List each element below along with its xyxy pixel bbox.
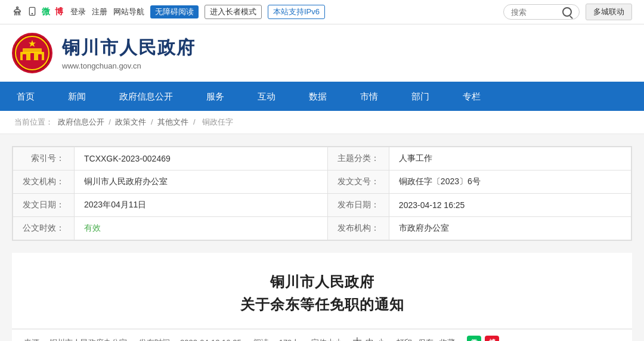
nav-data[interactable]: 数据: [292, 83, 343, 111]
top-bar: 微 博 登录 注册 网站导航 无障碍阅读 进入长者模式 本站支持IPv6 多城联…: [0, 0, 644, 24]
table-row: 索引号： TCXXGK-2023-002469 主题分类： 人事工作: [13, 147, 631, 170]
value-doc-number: 铜政任字〔2023〕6号: [389, 170, 631, 194]
no-barrier-button[interactable]: 无障碍阅读: [150, 5, 199, 18]
save-link[interactable]: 保存: [418, 337, 434, 341]
nav-news[interactable]: 新闻: [51, 83, 103, 111]
main-nav: 首页 新闻 政府信息公开 服务 互动 数据 市情 部门 专栏: [0, 83, 644, 111]
breadcrumb-item-1[interactable]: 政策文件: [115, 117, 146, 126]
login-link[interactable]: 登录: [70, 7, 86, 17]
svg-point-0: [17, 7, 18, 8]
accessibility-icon[interactable]: [12, 6, 23, 18]
article-title: 铜川市人民政府 关于余东等任免职的通知: [24, 271, 620, 317]
breadcrumb-bar: 当前位置： 政府信息公开 / 政策文件 / 其他文件 / 铜政任字: [0, 111, 644, 134]
font-medium-button[interactable]: 中: [366, 337, 374, 341]
top-bar-icons: 微 博: [12, 6, 63, 18]
article-title-section: 铜川市人民政府 关于余东等任免职的通知: [12, 253, 632, 329]
action-links: 打印 保存 收藏: [397, 337, 455, 341]
search-box[interactable]: [503, 4, 580, 20]
top-bar-links: 登录 注册 网站导航 无障碍阅读 进入长者模式 本站支持IPv6: [70, 5, 325, 19]
svg-rect-6: [23, 54, 26, 60]
logo-area: 铜川市人民政府 www.tongchuan.gov.cn: [0, 24, 644, 83]
publish-time-label: 发布时间：: [139, 337, 178, 341]
wechat-follow-icon[interactable]: 微: [42, 7, 50, 17]
article-title-line2: 关于余东等任免职的通知: [24, 293, 620, 316]
weibo-follow-icon[interactable]: 博: [55, 7, 63, 17]
nav-service[interactable]: 服务: [190, 83, 241, 111]
font-size-label: 字体大小：: [311, 337, 350, 341]
content-area: 索引号： TCXXGK-2023-002469 主题分类： 人事工作 发文机构：…: [0, 134, 644, 341]
value-issue-date: 2023年04月11日: [75, 194, 328, 217]
read-count-item: 阅读： 170人: [253, 337, 300, 341]
value-issuer: 铜川市人民政府办公室: [75, 170, 328, 194]
collect-link[interactable]: 收藏: [439, 337, 455, 341]
label-theme: 主题分类：: [327, 147, 389, 170]
multi-city-button[interactable]: 多城联动: [586, 4, 632, 20]
table-row: 发文日期： 2023年04月11日 发布日期： 2023-04-12 16:25: [13, 194, 631, 217]
value-theme: 人事工作: [389, 147, 631, 170]
publish-time-value: 2023-04-12 16:25: [180, 338, 242, 341]
elder-mode-button[interactable]: 进入长者模式: [205, 5, 262, 19]
nav-city[interactable]: 市情: [343, 83, 395, 111]
top-bar-left: 微 博 登录 注册 网站导航 无障碍阅读 进入长者模式 本站支持IPv6: [12, 5, 325, 19]
value-index: TCXXGK-2023-002469: [75, 147, 328, 170]
article-title-line1: 铜川市人民政府: [24, 271, 620, 293]
read-count-value: 170人: [279, 337, 300, 341]
source-label: 来源：: [24, 337, 47, 341]
svg-rect-8: [38, 54, 42, 60]
svg-rect-5: [23, 48, 42, 53]
search-icon: [562, 7, 572, 17]
nav-dept[interactable]: 部门: [395, 83, 446, 111]
label-validity: 公文时效：: [13, 217, 75, 240]
label-issuer: 发文机构：: [13, 170, 75, 194]
mobile-icon[interactable]: [27, 6, 37, 18]
info-table: 索引号： TCXXGK-2023-002469 主题分类： 人事工作 发文机构：…: [13, 147, 631, 240]
weibo-share-icon[interactable]: 博: [485, 336, 499, 341]
top-bar-right: 多城联动: [503, 4, 632, 20]
font-size-item: 字体大小： 大 中 小: [311, 336, 385, 341]
site-url: www.tongchuan.gov.cn: [62, 61, 196, 70]
font-size-controls: 大 中 小: [352, 336, 385, 341]
breadcrumb-sep-1: /: [151, 117, 155, 126]
register-link[interactable]: 注册: [92, 7, 107, 17]
search-input[interactable]: [511, 8, 559, 17]
label-doc-number: 发文文号：: [327, 170, 389, 194]
label-publish-org: 发布机构：: [327, 217, 389, 240]
government-emblem: [12, 33, 52, 73]
read-label: 阅读：: [253, 337, 277, 341]
breadcrumb-sep-2: /: [193, 117, 197, 126]
info-table-wrapper: 索引号： TCXXGK-2023-002469 主题分类： 人事工作 发文机构：…: [12, 146, 632, 241]
svg-rect-7: [30, 53, 34, 60]
font-small-button[interactable]: 小: [377, 337, 385, 341]
site-guide-link[interactable]: 网站导航: [113, 7, 144, 17]
logo-text-block: 铜川市人民政府 www.tongchuan.gov.cn: [62, 36, 196, 70]
breadcrumb-item-2[interactable]: 其他文件: [157, 117, 188, 126]
label-index: 索引号：: [13, 147, 75, 170]
article-meta: 来源： 铜川市人民政府办公室 发布时间： 2023-04-12 16:25 阅读…: [12, 329, 632, 341]
nav-interact[interactable]: 互动: [241, 83, 292, 111]
nav-home[interactable]: 首页: [0, 83, 51, 111]
value-publish-org: 市政府办公室: [389, 217, 631, 240]
svg-point-2: [32, 13, 32, 14]
source-value: 铜川市人民政府办公室: [49, 337, 127, 341]
value-validity: 有效: [75, 217, 328, 240]
social-share-icons: 微 博: [467, 336, 499, 341]
wechat-share-icon[interactable]: 微: [467, 336, 481, 341]
table-row: 公文时效： 有效 发布机构： 市政府办公室: [13, 217, 631, 240]
breadcrumb-item-3: 铜政任字: [202, 117, 233, 126]
ipv6-badge: 本站支持IPv6: [268, 5, 325, 19]
breadcrumb-sep-0: /: [109, 117, 113, 126]
breadcrumb-prefix: 当前位置：: [14, 117, 53, 126]
site-title: 铜川市人民政府: [62, 36, 196, 60]
table-row: 发文机构： 铜川市人民政府办公室 发文文号： 铜政任字〔2023〕6号: [13, 170, 631, 194]
label-publish-date: 发布日期：: [327, 194, 389, 217]
nav-gov-info[interactable]: 政府信息公开: [103, 83, 190, 111]
nav-special[interactable]: 专栏: [446, 83, 497, 111]
print-link[interactable]: 打印: [397, 337, 412, 341]
breadcrumb-item-0[interactable]: 政府信息公开: [58, 117, 104, 126]
source-item: 来源： 铜川市人民政府办公室: [24, 337, 127, 341]
label-issue-date: 发文日期：: [13, 194, 75, 217]
publish-time-item: 发布时间： 2023-04-12 16:25: [139, 337, 242, 341]
value-publish-date: 2023-04-12 16:25: [389, 194, 631, 217]
font-large-button[interactable]: 大: [352, 336, 362, 341]
